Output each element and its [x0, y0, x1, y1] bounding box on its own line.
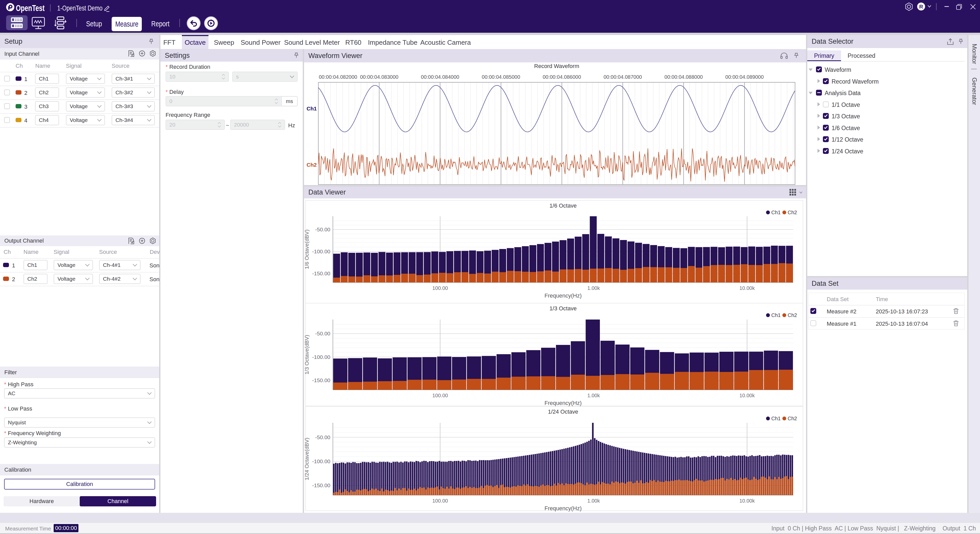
svg-text:00:00:04.089000: 00:00:04.089000	[725, 74, 764, 80]
svg-text:10.00k: 10.00k	[739, 498, 755, 504]
svg-text:Frequency(Hz): Frequency(Hz)	[544, 400, 581, 406]
svg-text:00:00:04.086000: 00:00:04.086000	[542, 74, 581, 80]
svg-text:1.00k: 1.00k	[587, 393, 600, 398]
svg-text:00:00:04.084000: 00:00:04.084000	[421, 74, 459, 80]
svg-text:00:00:04.085000: 00:00:04.085000	[482, 74, 520, 80]
svg-text:-150.00: -150.00	[312, 482, 330, 488]
svg-text:1/6 Octave(dBV): 1/6 Octave(dBV)	[304, 230, 310, 269]
svg-text:Ch1: Ch1	[771, 210, 781, 215]
svg-text:1.00k: 1.00k	[587, 498, 600, 504]
svg-text:10.00k: 10.00k	[739, 393, 755, 398]
svg-text:10.00k: 10.00k	[739, 285, 755, 291]
svg-text:00:00:04.083000: 00:00:04.083000	[360, 74, 398, 80]
svg-text:100.00: 100.00	[432, 393, 448, 398]
svg-text:-50.00: -50.00	[315, 330, 330, 336]
svg-text:Ch2: Ch2	[788, 312, 797, 318]
svg-text:1/6 Octave: 1/6 Octave	[549, 202, 577, 209]
svg-text:-100.00: -100.00	[312, 354, 330, 360]
svg-text:Ch1: Ch1	[771, 312, 781, 318]
svg-text:1/3 Octave(dBV): 1/3 Octave(dBV)	[304, 335, 310, 375]
svg-text:00:00:04.082000: 00:00:04.082000	[319, 74, 357, 80]
svg-text:-50.00: -50.00	[315, 434, 330, 440]
svg-text:-100.00: -100.00	[312, 249, 330, 254]
svg-text:Ch1: Ch1	[771, 416, 781, 421]
svg-text:Ch2: Ch2	[307, 162, 317, 168]
svg-text:-50.00: -50.00	[315, 226, 330, 232]
svg-text:100.00: 100.00	[432, 285, 448, 291]
svg-text:00:00:04.088000: 00:00:04.088000	[665, 74, 703, 80]
svg-text:-100.00: -100.00	[312, 458, 330, 464]
svg-text:Frequency(Hz): Frequency(Hz)	[544, 505, 581, 512]
svg-text:1/24 Octave(dBV): 1/24 Octave(dBV)	[304, 438, 310, 480]
svg-text:100.00: 100.00	[432, 498, 448, 504]
svg-text:1/3 Octave: 1/3 Octave	[549, 305, 577, 312]
svg-text:-150.00: -150.00	[312, 377, 330, 383]
svg-text:Record Waveform: Record Waveform	[534, 63, 579, 69]
svg-text:00:00:04.087000: 00:00:04.087000	[603, 74, 642, 80]
svg-text:1/24 Octave: 1/24 Octave	[548, 408, 578, 415]
svg-text:Ch2: Ch2	[788, 210, 797, 215]
svg-text:Ch1: Ch1	[307, 105, 317, 112]
svg-text:Frequency(Hz): Frequency(Hz)	[544, 292, 581, 299]
svg-text:1.00k: 1.00k	[587, 285, 600, 291]
svg-text:Ch2: Ch2	[788, 416, 797, 421]
svg-text:-150.00: -150.00	[312, 271, 330, 276]
